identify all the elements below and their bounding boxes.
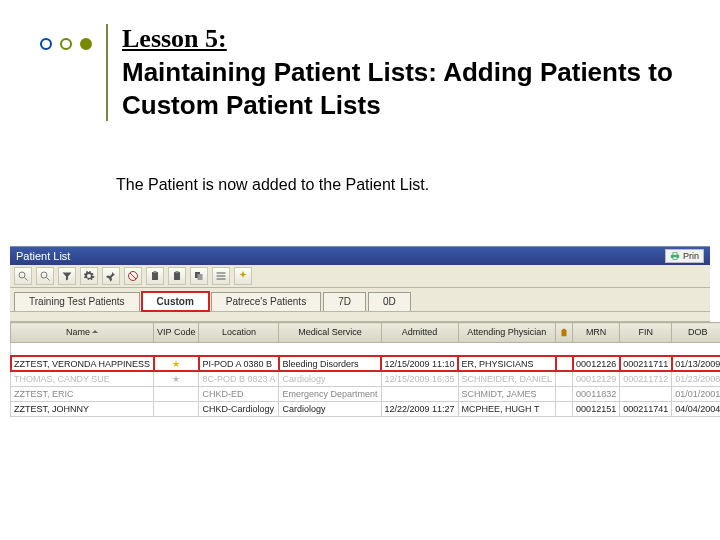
- clipboard-icon: [171, 270, 183, 282]
- cell-location: 8C-POD B 0823 A: [199, 371, 279, 386]
- table-row[interactable]: ZZTEST, ERIC CHKD-ED Emergency Departmen…: [11, 386, 721, 401]
- pin-icon: [105, 270, 117, 282]
- col-mrn[interactable]: MRN: [573, 323, 620, 343]
- toolbar-copy-button[interactable]: [190, 267, 208, 285]
- dot-icon: [80, 38, 92, 50]
- svg-rect-6: [152, 272, 158, 280]
- col-name[interactable]: Name: [11, 323, 154, 343]
- col-fin[interactable]: FIN: [620, 323, 672, 343]
- cell-fin: 000211712: [620, 371, 672, 386]
- vip-star-icon: [154, 386, 199, 401]
- toolbar-props-button[interactable]: [80, 267, 98, 285]
- cell-dob: 01/13/2009: [672, 356, 720, 371]
- cell-note: [556, 371, 573, 386]
- cell-admitted: 12/15/2009 16:35: [381, 371, 458, 386]
- tab-0d[interactable]: 0D: [368, 292, 411, 311]
- print-button[interactable]: Prin: [665, 249, 704, 263]
- svg-rect-11: [198, 274, 203, 280]
- search-icon: [39, 270, 51, 282]
- printer-icon: [670, 251, 680, 261]
- dot-icon: [60, 38, 72, 50]
- table-row[interactable]: ZZTEST, JOHNNY CHKD-Cardiology Cardiolog…: [11, 401, 721, 416]
- toolbar-clipboard-button[interactable]: [146, 267, 164, 285]
- cell-name: ZZTEST, JOHNNY: [11, 401, 154, 416]
- cancel-icon: [127, 270, 139, 282]
- tab-7d[interactable]: 7D: [323, 292, 366, 311]
- cell-location: CHKD-ED: [199, 386, 279, 401]
- cell-service: Cardiology: [279, 401, 381, 416]
- svg-rect-14: [217, 279, 226, 280]
- toolbar-filter-button[interactable]: [58, 267, 76, 285]
- list-icon: [215, 270, 227, 282]
- sparkle-icon: [237, 270, 249, 282]
- toolbar-search-button[interactable]: [14, 267, 32, 285]
- cell-physician: ER, PHYSICIANS: [458, 356, 556, 371]
- cell-location: CHKD-Cardiology: [199, 401, 279, 416]
- patient-list-window: Patient List Prin Training Test Patients…: [10, 246, 710, 417]
- spacer: [10, 312, 710, 322]
- vip-star-icon: ★: [154, 356, 199, 371]
- col-location[interactable]: Location: [199, 323, 279, 343]
- gear-icon: [83, 270, 95, 282]
- caption-text: The Patient is now added to the Patient …: [116, 176, 429, 194]
- cell-fin: 000211711: [620, 356, 672, 371]
- svg-rect-8: [174, 272, 180, 280]
- toolbar-search2-button[interactable]: [36, 267, 54, 285]
- col-service[interactable]: Medical Service: [279, 323, 381, 343]
- vip-star-icon: [154, 401, 199, 416]
- print-label: Prin: [683, 251, 699, 261]
- cell-name: ZZTEST, ERIC: [11, 386, 154, 401]
- cell-physician: SCHNEIDER, DANIEL: [458, 371, 556, 386]
- cell-fin: [620, 386, 672, 401]
- col-vip[interactable]: VIP Code: [154, 323, 199, 343]
- svg-line-1: [25, 278, 28, 281]
- cell-note: [556, 356, 573, 371]
- svg-rect-9: [176, 271, 179, 273]
- toolbar-list-button[interactable]: [212, 267, 230, 285]
- window-titlebar: Patient List Prin: [10, 247, 710, 265]
- dot-icon: [40, 38, 52, 50]
- cell-mrn: 00012129: [573, 371, 620, 386]
- vertical-rule: [106, 24, 108, 121]
- cell-admitted: [381, 386, 458, 401]
- tab-training-test-patients[interactable]: Training Test Patients: [14, 292, 140, 311]
- window-title: Patient List: [16, 250, 70, 262]
- col-admitted[interactable]: Admitted: [381, 323, 458, 343]
- tab-patreces-patients[interactable]: Patrece's Patients: [211, 292, 321, 311]
- search-icon: [17, 270, 29, 282]
- header-row: Name VIP Code Location Medical Service A…: [11, 323, 721, 343]
- svg-rect-13: [217, 276, 226, 277]
- col-note-icon[interactable]: [556, 323, 573, 343]
- cell-mrn: 00011832: [573, 386, 620, 401]
- cell-name: THOMAS, CANDY SUE: [11, 371, 154, 386]
- cell-location: PI-POD A 0380 B: [199, 356, 279, 371]
- cell-name: ZZTEST, VERONDA HAPPINESS: [11, 356, 154, 371]
- svg-line-3: [47, 278, 50, 281]
- svg-rect-16: [563, 328, 566, 330]
- toolbar-clipboard2-button[interactable]: [168, 267, 186, 285]
- clipboard-icon: [559, 328, 569, 338]
- svg-point-2: [41, 272, 47, 278]
- cell-dob: 01/01/2001: [672, 386, 720, 401]
- clipboard-icon: [149, 270, 161, 282]
- patient-table: Name VIP Code Location Medical Service A…: [10, 322, 720, 417]
- toolbar-pin-button[interactable]: [102, 267, 120, 285]
- toolbar-cancel-button[interactable]: [124, 267, 142, 285]
- col-physician[interactable]: Attending Physician: [458, 323, 556, 343]
- filter-icon: [61, 270, 73, 282]
- svg-line-5: [130, 273, 136, 279]
- cell-fin: 000211741: [620, 401, 672, 416]
- toolbar-new-button[interactable]: [234, 267, 252, 285]
- col-dob[interactable]: DOB: [672, 323, 720, 343]
- cell-note: [556, 386, 573, 401]
- table-row[interactable]: THOMAS, CANDY SUE ★ 8C-POD B 0823 A Card…: [11, 371, 721, 386]
- decorative-dots: [40, 38, 92, 50]
- lesson-number: Lesson 5:: [122, 24, 680, 54]
- cell-admitted: 12/15/2009 11:10: [381, 356, 458, 371]
- cell-dob: 04/04/2004: [672, 401, 720, 416]
- cell-admitted: 12/22/2009 11:27: [381, 401, 458, 416]
- tab-custom[interactable]: Custom: [142, 292, 209, 311]
- table-row[interactable]: ZZTEST, VERONDA HAPPINESS ★ PI-POD A 038…: [11, 356, 721, 371]
- svg-rect-12: [217, 273, 226, 274]
- cell-service: Bleeding Disorders: [279, 356, 381, 371]
